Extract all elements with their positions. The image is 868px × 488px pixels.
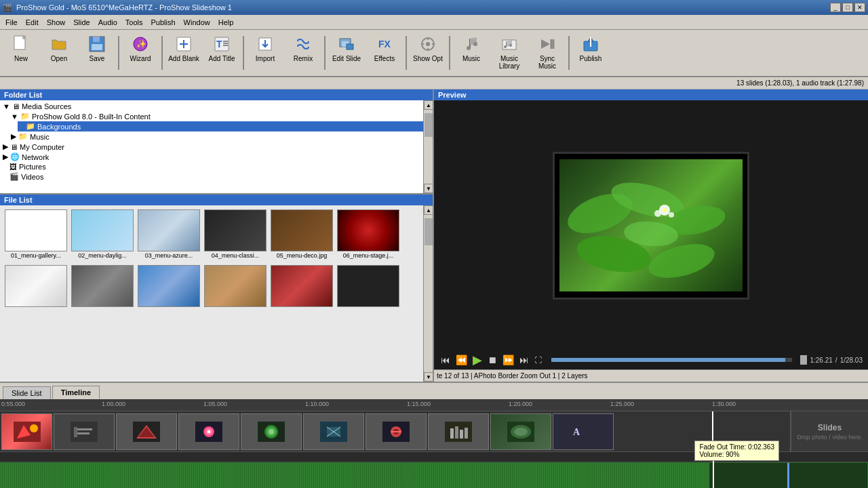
slide-thumb-4[interactable] — [178, 413, 239, 450]
slide-thumb-9[interactable] — [490, 413, 551, 450]
slides-sublabel: Drop photo / video here. — [797, 434, 863, 441]
menu-help[interactable]: Help — [214, 17, 238, 28]
svg-point-43 — [654, 210, 661, 217]
new-icon — [10, 33, 32, 55]
file-item-7[interactable] — [3, 264, 69, 319]
wizard-button[interactable]: ✨ Wizard — [122, 32, 159, 74]
add-title-button[interactable]: T Add Title — [203, 32, 240, 74]
publish-icon — [580, 33, 601, 55]
tooltip-volume: Volume: 90% — [699, 451, 774, 458]
slide-thumb-5[interactable] — [241, 413, 302, 450]
progress-bar[interactable] — [551, 358, 792, 362]
add-blank-button[interactable]: Add Blank — [165, 32, 202, 74]
menu-window[interactable]: Window — [180, 17, 214, 28]
tree-label: Pictures — [19, 163, 46, 171]
tree-item-proshow-content[interactable]: ▼ 📁 ProShow Gold 8.0 - Built-In Content — [9, 111, 431, 121]
remix-button[interactable]: Remix — [285, 32, 321, 74]
skip-back-button[interactable]: ⏮ — [439, 354, 452, 365]
close-button[interactable]: ✕ — [854, 3, 865, 12]
thumb-label-4: 04_menu-classi... — [204, 252, 267, 259]
effects-button[interactable]: FX Effects — [366, 32, 403, 74]
audio-track[interactable]: Fade Out Time: 0:02.363 Volume: 90% — [0, 462, 868, 488]
slide-info: te 12 of 13 | APhoto Border Zoom Out 1 |… — [437, 372, 588, 380]
file-item-10[interactable] — [202, 264, 269, 319]
time-separator: / — [835, 357, 837, 364]
tree-item-backgrounds[interactable]: 📁 Backgrounds — [18, 121, 431, 131]
slide-thumb-8[interactable] — [428, 413, 489, 450]
file-grid: 01_menu-gallery... 02_menu-daylig... 03_… — [0, 205, 433, 382]
menu-publish[interactable]: Publish — [147, 17, 180, 28]
scroll-up-button[interactable]: ▲ — [424, 100, 433, 110]
remix-icon — [292, 33, 314, 55]
menu-file[interactable]: File — [1, 17, 22, 28]
tree-item-videos[interactable]: 🎬 Videos — [1, 171, 431, 182]
stop-button[interactable]: ⏹ — [486, 354, 498, 365]
svg-point-45 — [663, 208, 667, 212]
save-button[interactable]: Save — [79, 32, 115, 74]
tree-item-pictures[interactable]: 🖼 Pictures — [1, 162, 431, 171]
tab-slide-list[interactable]: Slide List — [3, 386, 51, 399]
slides-right-panel[interactable]: Slides Drop photo / video here. — [790, 411, 868, 451]
maximize-button[interactable]: □ — [842, 3, 853, 12]
skip-forward-button[interactable]: ⏭ — [518, 354, 530, 365]
publish-button[interactable]: Publish — [572, 32, 609, 74]
open-icon — [48, 33, 70, 55]
file-scroll-down[interactable]: ▼ — [424, 372, 433, 382]
scroll-thumb[interactable] — [425, 113, 433, 137]
file-list-header: File List — [0, 195, 433, 205]
tree-item-media-sources[interactable]: ▼ 🖥 Media Sources — [1, 102, 431, 111]
minimize-button[interactable]: _ — [830, 3, 841, 12]
menu-edit[interactable]: Edit — [22, 17, 43, 28]
tree-item-music[interactable]: ▶ 📁 Music — [9, 131, 431, 142]
import-button[interactable]: Import — [247, 32, 283, 74]
separator-4 — [324, 36, 326, 70]
add-blank-label: Add Blank — [168, 55, 199, 62]
music-library-button[interactable]: Music Library — [491, 32, 528, 74]
file-item-12[interactable] — [335, 264, 401, 319]
file-item-11[interactable] — [269, 264, 335, 319]
expand-icon: ▶ — [3, 142, 8, 151]
slide-thumb-3[interactable] — [116, 413, 177, 450]
show-opt-button[interactable]: Show Opt — [410, 32, 446, 74]
file-item-2[interactable]: 02_menu-daylig... — [69, 208, 136, 264]
file-item-8[interactable] — [69, 264, 136, 319]
effects-label: Effects — [374, 55, 395, 62]
open-button[interactable]: Open — [41, 32, 77, 74]
edit-slide-button[interactable]: Edit Slide — [328, 32, 365, 74]
sync-music-button[interactable]: Sync Music — [529, 32, 566, 74]
progress-handle[interactable] — [800, 355, 807, 365]
menu-slide[interactable]: Slide — [69, 17, 94, 28]
file-item-1[interactable]: 01_menu-gallery... — [3, 208, 69, 264]
file-scroll-thumb[interactable] — [425, 218, 433, 245]
file-item-9[interactable] — [136, 264, 202, 319]
prev-button[interactable]: ⏪ — [454, 354, 469, 365]
music-label: Music — [462, 55, 480, 62]
file-item-5[interactable]: 05_menu-deco.jpg — [269, 208, 335, 264]
new-button[interactable]: New — [3, 32, 39, 74]
window-controls[interactable]: _ □ ✕ — [830, 3, 865, 12]
menu-tools[interactable]: Tools — [121, 17, 147, 28]
tab-timeline[interactable]: Timeline — [52, 386, 100, 399]
fullscreen-button[interactable]: ⛶ — [533, 356, 543, 364]
file-scroll-up[interactable]: ▲ — [424, 205, 433, 215]
svg-rect-52 — [74, 427, 77, 437]
thumb-image-10 — [204, 265, 267, 307]
file-item-3[interactable]: 03_menu-azure... — [136, 208, 202, 264]
file-item-4[interactable]: 04_menu-classi... — [202, 208, 269, 264]
slide-thumb-7[interactable] — [366, 413, 427, 450]
file-item-6[interactable]: 06_menu-stage.j... — [335, 208, 401, 264]
next-button[interactable]: ⏩ — [501, 354, 515, 365]
slide-thumb-2[interactable] — [54, 413, 115, 450]
play-button[interactable]: ▶ — [471, 352, 484, 367]
slide-thumb-6[interactable] — [303, 413, 364, 450]
tree-item-network[interactable]: ▶ 🌐 Network — [1, 152, 431, 162]
audio-end-marker[interactable] — [787, 463, 789, 488]
music-button[interactable]: Music — [453, 32, 490, 74]
slide-thumb-10[interactable]: A — [553, 413, 614, 450]
scroll-down-button[interactable]: ▼ — [424, 184, 433, 193]
show-opt-label: Show Opt — [413, 55, 443, 62]
menu-show[interactable]: Show — [43, 17, 70, 28]
slide-thumb-1[interactable] — [1, 413, 52, 450]
menu-audio[interactable]: Audio — [94, 17, 121, 28]
tree-item-my-computer[interactable]: ▶ 🖥 My Computer — [1, 142, 431, 152]
